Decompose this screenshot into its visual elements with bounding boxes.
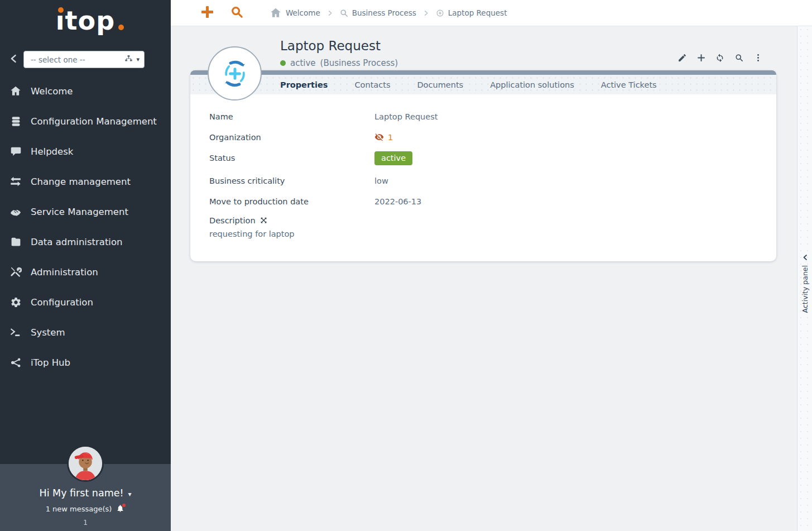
hierarchy-icon[interactable]	[124, 54, 133, 65]
organization-link[interactable]: 1	[388, 133, 393, 142]
new-button[interactable]	[695, 53, 707, 64]
expand-icon[interactable]	[260, 217, 267, 224]
object-toolbar	[676, 53, 763, 64]
sidebar-item-administration[interactable]: Administration	[0, 257, 171, 287]
tab-properties[interactable]: Properties	[280, 80, 328, 89]
quick-create-button[interactable]	[199, 5, 215, 21]
eye-slash-icon	[374, 132, 384, 142]
sidebar-item-data-administration[interactable]: Data administration	[0, 227, 171, 257]
logo-orange-dot	[58, 7, 64, 13]
footer-count: 1	[0, 519, 171, 527]
sidebar-item-helpdesk[interactable]: Helpdesk	[0, 136, 171, 166]
sidebar-menu: Welcome Configuration Management Helpdes…	[0, 76, 171, 377]
user-greeting[interactable]: Hi My first name!▾	[0, 487, 171, 499]
field-business-criticality: Business criticality low	[209, 175, 776, 188]
tab-contacts[interactable]: Contacts	[354, 80, 390, 89]
field-value: requesting for laptop	[209, 229, 776, 238]
breadcrumb-item-welcome[interactable]: Welcome	[270, 7, 320, 19]
tab-documents[interactable]: Documents	[417, 80, 463, 89]
object-class-text: (Business Process)	[320, 58, 398, 68]
status-dot	[280, 60, 286, 66]
tools-icon	[9, 265, 22, 279]
new-messages-text: 1 new message(s)	[46, 505, 112, 513]
sidebar-item-label: Change management	[31, 176, 131, 187]
breadcrumb: Welcome Business Process Laptop Request	[270, 7, 507, 19]
field-value: low	[374, 176, 388, 185]
page-title: Laptop Request	[280, 39, 398, 53]
chevron-right-icon	[423, 10, 429, 16]
business-process-icon	[208, 46, 262, 101]
search-button[interactable]	[733, 53, 744, 64]
activity-panel-toggle[interactable]	[797, 252, 812, 263]
process-icon	[436, 9, 444, 17]
breadcrumb-label: Welcome	[286, 8, 320, 17]
field-status: Status active	[209, 151, 776, 165]
search-icon	[340, 9, 348, 17]
sidebar-item-label: Helpdesk	[31, 146, 73, 157]
itop-logo[interactable]: ıtop	[0, 6, 171, 36]
edit-button[interactable]	[676, 53, 688, 64]
logo-orange-period	[118, 25, 124, 30]
activity-panel-label: Activity panel	[801, 265, 809, 313]
refresh-button[interactable]	[714, 53, 725, 64]
field-label: Move to production date	[209, 197, 374, 206]
messages-row: 1 new message(s)	[0, 504, 171, 513]
sidebar-item-label: Configuration Management	[31, 116, 157, 127]
status-badge: active	[374, 151, 412, 165]
plus-icon	[696, 53, 706, 65]
field-label: Business criticality	[209, 176, 374, 185]
field-label: Organization	[209, 133, 374, 142]
object-card: PropertiesContactsDocumentsApplication s…	[190, 70, 776, 261]
organization-selector-row: -- select one -- ▾	[0, 51, 171, 68]
organization-select-icons: ▾	[124, 54, 140, 65]
sidebar-item-configuration-management[interactable]: Configuration Management	[0, 106, 171, 136]
tab-bar: PropertiesContactsDocumentsApplication s…	[190, 75, 776, 94]
field-label: Name	[209, 112, 374, 121]
tab-active-tickets[interactable]: Active Tickets	[601, 80, 657, 89]
sidebar-item-service-management[interactable]: Service Management	[0, 197, 171, 227]
sidebar-item-label: System	[31, 327, 65, 338]
sidebar-item-label: Administration	[31, 267, 98, 278]
sidebar-collapse-button[interactable]	[4, 53, 23, 66]
sidebar-item-configuration[interactable]: Configuration	[0, 287, 171, 317]
gear-icon	[9, 295, 22, 309]
exchange-arrows-icon	[9, 175, 22, 188]
field-label: Status	[209, 154, 374, 162]
main-area: Welcome Business Process Laptop Request …	[171, 0, 812, 531]
global-search-button[interactable]	[229, 5, 244, 21]
notification-dot	[122, 504, 126, 507]
sidebar-item-system[interactable]: System	[0, 317, 171, 347]
field-name: Name Laptop Request	[209, 110, 776, 123]
breadcrumb-item-business-process[interactable]: Business Process	[340, 8, 416, 17]
pencil-icon	[678, 53, 687, 65]
user-avatar[interactable]	[67, 445, 104, 482]
app-root: ıtop -- select one -- ▾	[0, 0, 812, 531]
breadcrumb-label: Laptop Request	[448, 8, 507, 17]
plus-icon	[200, 5, 214, 21]
user-greeting-text: Hi My first name!	[39, 487, 123, 499]
chevron-left-icon	[802, 252, 809, 263]
field-move-to-production-date: Move to production date 2022-06-13	[209, 195, 776, 208]
chevron-right-icon	[327, 10, 333, 16]
activity-panel-collapsed: Activity panel	[797, 26, 812, 531]
kebab-icon	[753, 53, 763, 65]
sidebar-item-itop-hub[interactable]: iTop Hub	[0, 347, 171, 377]
tab-application-solutions[interactable]: Application solutions	[490, 80, 574, 89]
more-button[interactable]	[752, 53, 763, 64]
sidebar-footer: Hi My first name!▾ 1 new message(s) 1	[0, 464, 171, 531]
home-icon	[270, 7, 282, 19]
field-description: Description requesting for laptop	[209, 216, 776, 238]
organization-select[interactable]: -- select one -- ▾	[23, 51, 145, 68]
bell-icon[interactable]	[116, 504, 125, 513]
breadcrumb-label: Business Process	[352, 8, 416, 17]
object-header: Laptop Request active (Business Process)	[280, 39, 398, 68]
breadcrumb-item-laptop-request[interactable]: Laptop Request	[436, 8, 507, 17]
search-icon	[230, 6, 243, 21]
sidebar-item-welcome[interactable]: Welcome	[0, 76, 171, 106]
properties-panel: Name Laptop Request Organization 1 Statu…	[190, 94, 776, 238]
top-bar: Welcome Business Process Laptop Request	[171, 0, 812, 26]
chat-icon	[9, 145, 22, 158]
field-organization: Organization 1	[209, 131, 776, 143]
object-subtitle: active (Business Process)	[280, 58, 398, 68]
sidebar-item-change-management[interactable]: Change management	[0, 166, 171, 197]
